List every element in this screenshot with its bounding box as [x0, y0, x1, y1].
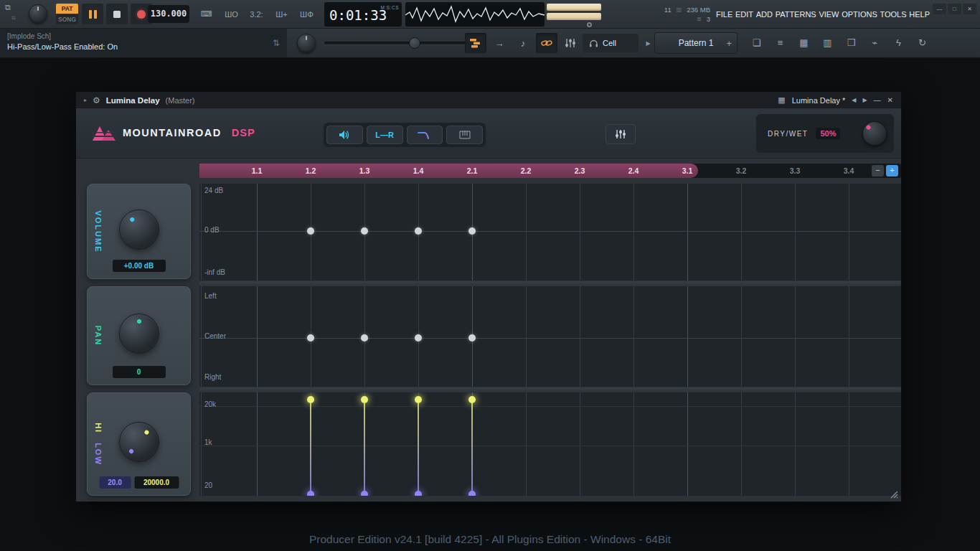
pan-automation-grid[interactable]: Left Center Right: [199, 286, 901, 387]
menu-item-options[interactable]: OPTIONS: [842, 10, 877, 19]
zoom-in-button[interactable]: +: [886, 165, 898, 176]
automation-point-low[interactable]: [307, 491, 314, 496]
settings-button[interactable]: [606, 124, 636, 144]
plugin-minimize-button[interactable]: —: [874, 96, 881, 104]
resource-monitor[interactable]: 11 ▥ 236 MB ≣ 3: [634, 5, 710, 24]
step-edit-icon[interactable]: ШΦ: [296, 4, 318, 24]
volume-mode-button[interactable]: [326, 126, 363, 144]
blend-recording-icon[interactable]: Ш+: [270, 4, 293, 24]
pattern-next-button[interactable]: ▶: [643, 34, 654, 52]
automation-point[interactable]: [361, 334, 368, 342]
playlist-button[interactable]: [465, 33, 486, 53]
plugin-close-button[interactable]: ✕: [887, 96, 893, 104]
menu-item-patterns[interactable]: PATTERNS: [776, 10, 816, 19]
master-dial[interactable]: [29, 4, 47, 23]
hilow-knob[interactable]: [119, 422, 159, 462]
typing-keyboard-icon[interactable]: ⌨: [195, 4, 217, 24]
low-freq-value[interactable]: 20.0: [99, 476, 131, 489]
pan-value[interactable]: 0: [113, 366, 166, 378]
plugin-icon[interactable]: ⌁: [864, 33, 885, 52]
automation-point-hi[interactable]: [307, 396, 314, 403]
pat-mode-button[interactable]: PAT: [56, 4, 78, 14]
menu-item-add[interactable]: ADD: [756, 10, 773, 19]
oscilloscope[interactable]: [405, 2, 545, 27]
automation-point[interactable]: [307, 334, 314, 342]
automation-point[interactable]: [468, 334, 476, 342]
volume-knob[interactable]: [119, 209, 159, 250]
preset-name[interactable]: Lumina Delay *: [792, 96, 846, 105]
automation-point[interactable]: [361, 227, 368, 235]
automation-point-low[interactable]: [415, 491, 422, 496]
timeline-ruler[interactable]: 1.11.21.31.42.12.22.32.43.13.23.33.4 − +: [199, 164, 901, 178]
link-button[interactable]: [536, 33, 557, 53]
collapse-icon[interactable]: ▸: [84, 97, 87, 103]
pattern-selector[interactable]: Pattern 1 +: [654, 32, 738, 54]
meter-knob[interactable]: [587, 22, 592, 27]
channel-grid-icon[interactable]: ▦: [793, 33, 814, 52]
toolbar-menu-icon[interactable]: ⌗: [11, 14, 16, 22]
preset-browser-icon[interactable]: ▦: [778, 95, 785, 105]
maximize-button[interactable]: □: [948, 4, 961, 14]
piano-roll-button[interactable]: ♪: [512, 33, 534, 53]
cell-selector[interactable]: Cell: [583, 34, 639, 52]
automation-point-low[interactable]: [361, 491, 368, 496]
refresh-icon[interactable]: ↻: [912, 33, 933, 52]
add-pattern-button[interactable]: +: [726, 38, 732, 49]
wand-icon[interactable]: ϟ: [888, 33, 909, 52]
metronome-icon[interactable]: ШO: [220, 4, 242, 24]
menu-item-edit[interactable]: EDIT: [735, 10, 753, 19]
preset-prev-button[interactable]: ◀: [852, 97, 856, 103]
automation-point-low[interactable]: [468, 491, 476, 496]
minimize-button[interactable]: —: [933, 4, 946, 14]
automation-point-hi[interactable]: [361, 396, 368, 403]
automation-point[interactable]: [415, 227, 422, 235]
main-slider[interactable]: [324, 34, 468, 52]
hi-freq-value[interactable]: 20000.0: [134, 476, 179, 489]
file-icon[interactable]: ❒: [841, 33, 862, 52]
pan-mode-button[interactable]: L—R: [367, 126, 403, 144]
automation-point[interactable]: [307, 227, 314, 235]
time-display[interactable]: 0:01:33 M:S:CS: [324, 2, 402, 27]
pan-knob[interactable]: [119, 314, 159, 354]
resize-handle[interactable]: [888, 489, 898, 499]
zoom-out-button[interactable]: −: [872, 165, 884, 176]
window-layout-icon[interactable]: ⧉: [5, 3, 11, 12]
filter-mode-button[interactable]: [407, 126, 443, 144]
volume-automation-grid[interactable]: 24 dB 0 dB -inf dB: [199, 184, 901, 281]
ruler-selection[interactable]: [199, 164, 698, 178]
next-icon: ▶: [646, 40, 650, 47]
preset-next-button[interactable]: ▶: [862, 97, 867, 103]
menu-item-file[interactable]: FILE: [716, 10, 732, 19]
master-pitch-slider[interactable]: [547, 13, 601, 20]
menu-item-tools[interactable]: TOOLS: [880, 10, 906, 19]
stop-button[interactable]: [106, 4, 128, 24]
automation-point[interactable]: [415, 334, 422, 342]
master-volume-slider[interactable]: [547, 4, 601, 11]
drywet-knob[interactable]: [862, 121, 887, 146]
pause-button[interactable]: [82, 4, 103, 24]
workspace-icon[interactable]: ❏: [746, 33, 767, 52]
menu-item-view[interactable]: VIEW: [819, 10, 839, 19]
automation-point-hi[interactable]: [415, 396, 422, 403]
plugin-titlebar[interactable]: ▸ ⚙ Lumina Delay (Master) ▦ Lumina Delay…: [76, 92, 901, 108]
drywet-value[interactable]: 50%: [816, 128, 840, 139]
precount-icon[interactable]: 3.2:: [245, 4, 268, 24]
mixer-button[interactable]: [560, 33, 581, 53]
automation-point-hi[interactable]: [468, 396, 476, 403]
volume-value[interactable]: +0.00 dB: [113, 260, 166, 272]
tempo-display[interactable]: 130.000: [148, 5, 189, 23]
lane-divider[interactable]: [199, 387, 901, 392]
arrow-button[interactable]: →: [489, 33, 510, 53]
close-button[interactable]: ✕: [963, 4, 976, 14]
lane-divider[interactable]: [199, 281, 901, 286]
gear-icon[interactable]: ⚙: [93, 95, 100, 105]
song-mode-button[interactable]: SONG: [56, 14, 78, 24]
menu-item-help[interactable]: HELP: [909, 10, 930, 19]
keys-mode-button[interactable]: [446, 126, 483, 144]
event-list-icon[interactable]: ≡: [770, 33, 791, 52]
slider-thumb[interactable]: [409, 37, 420, 49]
mixer-icon[interactable]: ▥: [817, 33, 838, 52]
automation-point[interactable]: [468, 227, 476, 235]
main-volume-knob[interactable]: [297, 34, 316, 52]
hilow-automation-grid[interactable]: 20k 1k 20: [199, 392, 901, 496]
